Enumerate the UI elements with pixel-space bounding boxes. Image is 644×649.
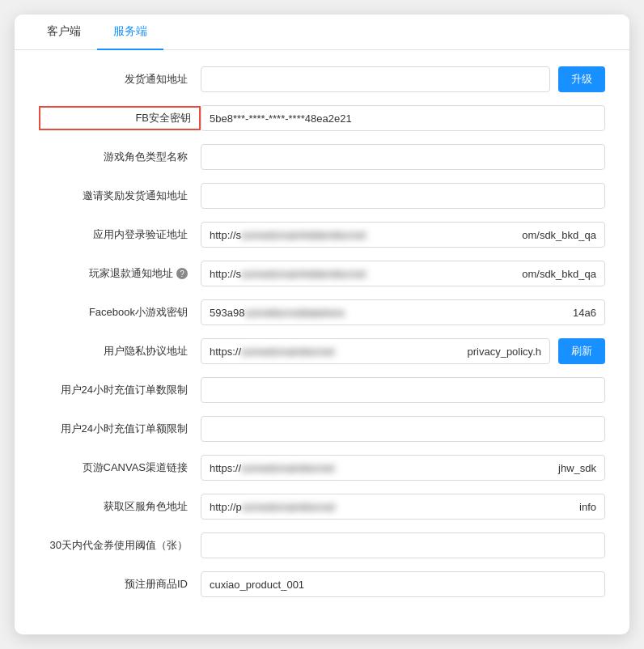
input-wrap-player-refund-url: http://s somedomainhiddenblurred om/sdk_…	[201, 261, 605, 286]
label-fb-mini-game-key: Facebook小游戏密钥	[39, 305, 201, 320]
row-coupon-threshold: 30天内代金券使用阈值（张）	[39, 532, 605, 558]
player-refund-info-icon[interactable]: ?	[176, 268, 188, 279]
input-game-role-type[interactable]	[201, 144, 605, 170]
input-coupon-threshold[interactable]	[201, 532, 605, 558]
btn-refresh[interactable]: 刷新	[558, 338, 605, 364]
input-wrap-pre-register-product-id	[201, 571, 605, 597]
row-fb-security-key: FB安全密钥	[39, 105, 605, 131]
input-wrap-canvas-channel-url: https:// somedomainblurred jhw_sdk	[201, 455, 605, 481]
label-player-refund-url: 玩家退款通知地址 ?	[39, 266, 201, 281]
tab-bar: 客户端 服务端	[15, 15, 629, 50]
input-daily-recharge-amount-limit[interactable]	[201, 416, 605, 442]
row-invite-reward-url: 邀请奖励发货通知地址	[39, 183, 605, 209]
row-app-login-verify-url: 应用内登录验证地址 http://s somedomainhiddenblurr…	[39, 222, 605, 248]
fb-mini-key-blurred: someblurreddatahere	[244, 307, 573, 319]
label-get-role-url: 获取区服角色地址	[39, 499, 201, 514]
tab-server[interactable]: 服务端	[97, 15, 163, 50]
get-role-url-end: info	[579, 501, 596, 513]
canvas-url-blurred: somedomainblurred	[241, 462, 558, 474]
canvas-url-start: https://	[210, 462, 241, 474]
row-canvas-channel-url: 页游CANVAS渠道链接 https:// somedomainblurred …	[39, 455, 605, 481]
input-wrap-daily-recharge-amount-limit	[201, 416, 605, 442]
label-coupon-threshold: 30天内代金券使用阈值（张）	[39, 538, 201, 553]
tab-client[interactable]: 客户端	[31, 15, 97, 50]
input-wrap-fb-mini-game-key: 593a98 someblurreddatahere 14a6	[201, 299, 605, 325]
input-pre-register-product-id[interactable]	[201, 571, 605, 597]
row-pre-register-product-id: 预注册商品ID	[39, 571, 605, 597]
row-get-role-url: 获取区服角色地址 http://p somedomainblurred info	[39, 494, 605, 520]
fb-mini-key-start: 593a98	[210, 307, 244, 319]
input-wrap-privacy-policy-url: https:// somedomainblurred privacy_polic…	[201, 338, 605, 364]
player-refund-url-start: http://s	[210, 268, 241, 280]
get-role-url-blurred: somedomainblurred	[242, 501, 579, 513]
input-wrap-shipping-notify-url: 升级	[201, 66, 605, 92]
label-canvas-channel-url: 页游CANVAS渠道链接	[39, 460, 201, 475]
btn-upgrade[interactable]: 升级	[558, 66, 605, 92]
input-daily-recharge-order-limit[interactable]	[201, 377, 605, 403]
input-invite-reward-url[interactable]	[201, 183, 605, 209]
app-login-url-end: om/sdk_bkd_qa	[522, 229, 596, 241]
label-daily-recharge-order-limit: 用户24小时充值订单数限制	[39, 383, 201, 397]
privacy-url-end: privacy_policy.h	[467, 346, 541, 358]
label-pre-register-product-id: 预注册商品ID	[39, 577, 201, 592]
input-wrap-invite-reward-url	[201, 183, 605, 209]
input-wrap-app-login-verify-url: http://s somedomainhiddenblurred om/sdk_…	[201, 222, 605, 248]
row-fb-mini-game-key: Facebook小游戏密钥 593a98 someblurreddatahere…	[39, 299, 605, 325]
row-player-refund-url: 玩家退款通知地址 ? http://s somedomainhiddenblur…	[39, 261, 605, 286]
input-wrap-game-role-type	[201, 144, 605, 170]
input-wrap-coupon-threshold	[201, 532, 605, 558]
input-wrap-fb-security-key	[201, 105, 605, 131]
label-daily-recharge-amount-limit: 用户24小时充值订单额限制	[39, 422, 201, 436]
app-login-url-start: http://s	[210, 229, 241, 241]
input-shipping-notify-url[interactable]	[201, 66, 550, 92]
player-refund-url-end: om/sdk_bkd_qa	[522, 268, 596, 280]
app-login-url-blurred: somedomainhiddenblurred	[241, 229, 522, 241]
label-fb-security-key: FB安全密钥	[39, 106, 201, 130]
row-shipping-notify-url: 发货通知地址 升级	[39, 66, 605, 92]
form-content: 发货通知地址 升级 FB安全密钥 游戏角色类型名称 邀请奖励发货通知地址	[15, 50, 629, 634]
canvas-url-end: jhw_sdk	[558, 462, 596, 474]
label-invite-reward-url: 邀请奖励发货通知地址	[39, 189, 201, 203]
row-privacy-policy-url: 用户隐私协议地址 https:// somedomainblurred priv…	[39, 338, 605, 364]
row-daily-recharge-order-limit: 用户24小时充值订单数限制	[39, 377, 605, 403]
fb-mini-key-end: 14a6	[573, 307, 596, 319]
privacy-url-start: https://	[210, 346, 241, 358]
get-role-url-start: http://p	[210, 501, 242, 513]
label-app-login-verify-url: 应用内登录验证地址	[39, 227, 201, 242]
row-daily-recharge-amount-limit: 用户24小时充值订单额限制	[39, 416, 605, 442]
label-game-role-type: 游戏角色类型名称	[39, 150, 201, 164]
main-window: 客户端 服务端 发货通知地址 升级 FB安全密钥 游戏角色类型名称	[15, 15, 629, 634]
input-wrap-get-role-url: http://p somedomainblurred info	[201, 494, 605, 520]
input-fb-security-key[interactable]	[201, 105, 605, 131]
player-refund-url-blurred: somedomainhiddenblurred	[241, 268, 522, 280]
label-privacy-policy-url: 用户隐私协议地址	[39, 344, 201, 358]
privacy-url-blurred: somedomainblurred	[241, 346, 467, 358]
input-wrap-daily-recharge-order-limit	[201, 377, 605, 403]
row-game-role-type: 游戏角色类型名称	[39, 144, 605, 170]
label-shipping-notify-url: 发货通知地址	[39, 72, 201, 87]
